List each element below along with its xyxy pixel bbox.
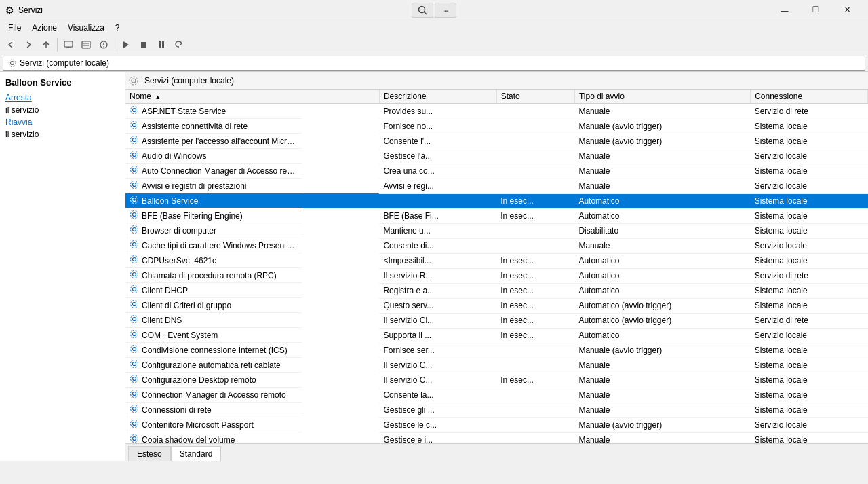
arresta-link[interactable]: Arresta — [5, 93, 119, 103]
riavvia-link[interactable]: Riavvia — [5, 117, 119, 127]
cell-desc: Questo serv... — [379, 298, 496, 313]
table-row[interactable]: Contenitore Microsoft PassportGestisce l… — [125, 417, 868, 432]
menu-file[interactable]: File — [3, 22, 26, 34]
toolbar-pause[interactable] — [153, 37, 170, 53]
cell-conn: Sistema locale — [751, 283, 868, 298]
cell-conn: Sistema locale — [751, 432, 868, 443]
address-text: Servizi (computer locale) — [20, 58, 109, 68]
table-row[interactable]: Configurazione Desktop remotoIl servizio… — [125, 373, 868, 388]
table-row[interactable]: Condivisione connessione Internet (ICS)F… — [125, 343, 868, 358]
menu-visualizza[interactable]: Visualizza — [62, 22, 110, 34]
toolbar-properties[interactable] — [96, 37, 112, 53]
cell-conn: Servizio di rete — [751, 313, 868, 328]
svg-point-34 — [131, 211, 138, 219]
close-button[interactable]: ✕ — [831, 0, 863, 20]
menu-azione[interactable]: Azione — [26, 22, 62, 34]
col-nome[interactable]: Nome ▲ — [125, 90, 379, 104]
toolbar-forward[interactable] — [20, 37, 37, 53]
cell-stato — [496, 223, 574, 238]
minimize-button[interactable]: — — [769, 0, 800, 20]
cell-desc: Gestisce l'a... — [379, 149, 496, 164]
table-row[interactable]: Browser di computerMantiene u...Disabili… — [125, 223, 868, 238]
cell-conn: Sistema locale — [751, 253, 868, 268]
menu-help[interactable]: ? — [110, 22, 125, 34]
table-row[interactable]: ASP.NET State ServiceProvides su...Manua… — [125, 104, 868, 119]
toolbar-play[interactable] — [118, 37, 134, 53]
toolbar-up[interactable] — [38, 37, 54, 53]
sort-arrow-nome: ▲ — [155, 94, 161, 100]
service-icon — [130, 419, 139, 430]
svg-point-24 — [131, 136, 138, 144]
table-row[interactable]: Assistente per l'accesso all'account Mic… — [125, 134, 868, 149]
svg-point-43 — [133, 288, 136, 291]
toolbar-back[interactable] — [3, 37, 19, 53]
cell-stato — [496, 179, 574, 193]
svg-point-40 — [131, 256, 138, 263]
cell-stato — [496, 149, 574, 164]
cell-stato — [496, 417, 574, 432]
riavvia-text: il servizio — [5, 130, 39, 139]
service-name: Balloon Service — [142, 196, 198, 206]
toolbar-computer[interactable] — [60, 37, 77, 53]
cell-conn: Sistema locale — [751, 388, 868, 403]
toolbar-list[interactable] — [78, 37, 94, 53]
service-icon — [130, 299, 139, 311]
cell-conn: Servizio locale — [751, 149, 868, 164]
table-row[interactable]: Chiamata di procedura remota (RPC)Il ser… — [125, 268, 868, 283]
table-row[interactable]: CDPUserSvc_4621c<Impossibil...In esec...… — [125, 253, 868, 268]
toolbar-stop[interactable] — [136, 37, 152, 53]
cell-desc: Consente l'... — [379, 134, 496, 149]
table-row[interactable]: Connessioni di reteGestisce gli ...Manua… — [125, 403, 868, 417]
cell-conn: Sistema locale — [751, 119, 868, 134]
table-row[interactable]: Audio di WindowsGestisce l'a...ManualeSe… — [125, 149, 868, 164]
cell-conn: Servizio locale — [751, 238, 868, 253]
table-row[interactable]: Avvisi e registri di prestazioniAvvisi e… — [125, 179, 868, 193]
cell-nome: COM+ Event System — [125, 328, 302, 343]
col-desc[interactable]: Descrizione — [379, 90, 496, 104]
cell-desc: Il servizio R... — [379, 268, 496, 283]
cell-nome: Contenitore Microsoft Passport — [125, 417, 302, 432]
col-conn[interactable]: Connessione — [751, 90, 868, 104]
col-tipo[interactable]: Tipo di avvio — [574, 90, 750, 104]
svg-point-52 — [131, 346, 138, 353]
table-row[interactable]: Client di Criteri di gruppoQuesto serv..… — [125, 298, 868, 313]
svg-point-20 — [131, 107, 138, 114]
service-name: Avvisi e registri di prestazioni — [142, 181, 247, 191]
svg-point-48 — [131, 316, 138, 323]
table-row[interactable]: COM+ Event SystemSupporta il ...In esec.… — [125, 328, 868, 343]
service-name: Assistente per l'accesso all'account Mic… — [142, 136, 298, 146]
table-row[interactable]: Auto Connection Manager di Accesso remot… — [125, 164, 868, 179]
cell-tipo: Manuale — [574, 179, 750, 193]
table-row[interactable]: Balloon ServiceIn esec...AutomaticoSiste… — [125, 193, 868, 208]
svg-point-58 — [131, 390, 138, 398]
table-row[interactable]: BFE (Base Filtering Engine)BFE (Base Fi.… — [125, 208, 868, 223]
service-name: Client DHCP — [142, 286, 188, 295]
svg-point-27 — [133, 168, 136, 172]
svg-point-36 — [131, 226, 138, 234]
table-row[interactable]: Copia shadow del volumeGestisce e i...Ma… — [125, 432, 868, 443]
table-row[interactable]: Assistente connettività di reteFornisce … — [125, 119, 868, 134]
service-name: BFE (Base Filtering Engine) — [142, 211, 243, 221]
table-row[interactable]: Configurazione automatica reti cablateIl… — [125, 358, 868, 373]
svg-point-39 — [133, 258, 136, 261]
tab-standard[interactable]: Standard — [171, 446, 222, 461]
services-table-wrapper[interactable]: Nome ▲ Descrizione Stato Tipo di avvio C… — [125, 90, 868, 443]
search-zoom-button[interactable] — [412, 3, 433, 18]
col-stato[interactable]: Stato — [496, 90, 574, 104]
service-name: Cache tipi di carattere Windows Presenta… — [142, 241, 298, 250]
cell-stato — [496, 358, 574, 373]
search-more-button[interactable]: ··· — [435, 3, 456, 18]
table-row[interactable]: Connection Manager di Accesso remotoCons… — [125, 388, 868, 403]
table-row[interactable]: Cache tipi di carattere Windows Presenta… — [125, 238, 868, 253]
cell-tipo: Manuale — [574, 388, 750, 403]
table-row[interactable]: Client DHCPRegistra e a...In esec...Auto… — [125, 283, 868, 298]
cell-tipo: Manuale (avvio trigger) — [574, 134, 750, 149]
toolbar-restart[interactable] — [171, 37, 187, 53]
svg-point-55 — [133, 377, 136, 381]
cell-desc: Crea una co... — [379, 164, 496, 179]
maximize-button[interactable]: ❐ — [800, 0, 831, 20]
tab-esteso[interactable]: Esteso — [128, 446, 171, 461]
cell-conn: Servizio locale — [751, 179, 868, 193]
restart-icon — [174, 40, 184, 50]
table-row[interactable]: Client DNSIl servizio Cl...In esec...Aut… — [125, 313, 868, 328]
